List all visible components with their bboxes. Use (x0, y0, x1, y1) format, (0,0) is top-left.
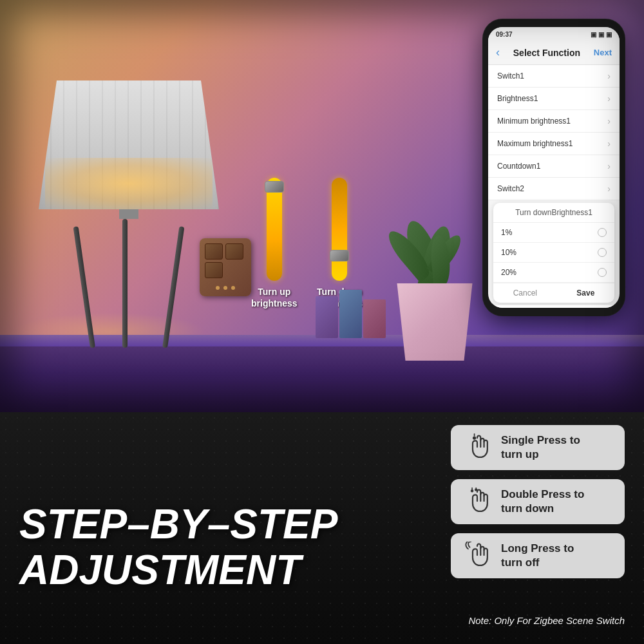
double-press-icon (461, 486, 493, 518)
phone-back-button[interactable]: ‹ (496, 46, 500, 59)
main-title: STEP–BY–STEP ADJUSTMENT (19, 502, 337, 592)
lamp-base-top (119, 209, 138, 219)
phone-menu-min-brightness[interactable]: Minimum brightness1 › (488, 110, 620, 133)
arrow-icon-3: › (607, 138, 611, 149)
switch-btn-1 (205, 243, 223, 260)
lamp-legs (39, 219, 219, 348)
switch-dot-3 (231, 286, 235, 290)
arrow-icon-0: › (607, 71, 611, 81)
switch-btn-2 (225, 243, 243, 260)
main-title-line1: STEP–BY–STEP (19, 502, 337, 547)
phone-dialog-title: Turn downBrightness1 (493, 203, 614, 223)
phone-nav-title: Select Function (513, 48, 580, 58)
double-press-label: Double Press to turn down (501, 488, 584, 516)
arrow-icon-4: › (607, 161, 611, 171)
slider-group-up: Turn up brightness (251, 178, 298, 309)
lamp-glow (45, 158, 213, 209)
slider-track-up (267, 178, 282, 281)
phone-menu-switch1[interactable]: Switch1 › (488, 65, 620, 88)
lamp-leg-1 (73, 226, 95, 348)
single-press-label: Single Press to turn up (501, 433, 580, 462)
books (316, 290, 387, 338)
lamp-shade (39, 80, 219, 209)
phone-dialog-actions: Cancel Save (493, 283, 614, 303)
slider-handle-down (330, 250, 349, 261)
action-buttons: Single Press to turn up (451, 425, 625, 578)
book-1 (316, 296, 338, 338)
switch-dot-1 (216, 286, 220, 290)
main-container: Turn up brightness Turn down brightness (0, 0, 644, 644)
long-press-button: Long Press to turn off (451, 533, 625, 578)
slider-handle-up (265, 181, 284, 193)
phone-menu-countdown[interactable]: Countdown1 › (488, 155, 620, 178)
plant-leaves (374, 167, 496, 296)
arrow-icon-1: › (607, 93, 611, 104)
arrow-icon-2: › (607, 116, 611, 126)
switch-dots (200, 286, 251, 290)
switch-buttons (200, 238, 251, 283)
arrow-icon-5: › (607, 184, 611, 194)
phone-dialog-option-3[interactable]: 20% (493, 263, 614, 283)
scene-area: Turn up brightness Turn down brightness (0, 0, 644, 412)
plant-area (393, 283, 477, 361)
single-press-icon (461, 431, 493, 464)
main-title-line2: ADJUSTMENT (19, 547, 337, 592)
phone-menu-brightness1[interactable]: Brightness1 › (488, 88, 620, 110)
slider-track-down (332, 178, 347, 281)
phone-save-button[interactable]: Save (576, 289, 594, 298)
phone-dialog: Turn downBrightness1 1% 10% 20% Canc (493, 203, 614, 303)
phone-nav-bar: ‹ Select Function Next (488, 41, 620, 65)
wall-switch (200, 238, 251, 296)
phone-signal: ▣ ▣ ▣ (591, 31, 612, 38)
single-press-button: Single Press to turn up (451, 425, 625, 470)
book-2 (339, 290, 362, 338)
svg-point-0 (473, 436, 476, 439)
note-text: Note: Only For Zigbee Scene Switch (468, 615, 625, 626)
switch-btn-3 (205, 262, 223, 278)
phone-dialog-option-2[interactable]: 10% (493, 243, 614, 263)
phone-time: 09:37 (496, 31, 513, 38)
phone-radio-2[interactable] (598, 248, 607, 257)
long-press-icon (461, 540, 493, 572)
phone-mockup: 09:37 ▣ ▣ ▣ ‹ Select Function Next Switc… (483, 19, 625, 316)
switch-dot-2 (223, 286, 227, 290)
phone-bottom-item[interactable]: Power-on Status Setting › (488, 305, 620, 308)
bottom-section: STEP–BY–STEP ADJUSTMENT Note: Only For Z… (0, 412, 644, 644)
svg-point-4 (475, 488, 477, 491)
phone-dialog-option-1[interactable]: 1% (493, 223, 614, 243)
phone-menu-switch2[interactable]: Switch2 › (488, 178, 620, 200)
plant-pot (393, 283, 477, 361)
phone-status-bar: 09:37 ▣ ▣ ▣ (488, 27, 620, 41)
book-3 (363, 299, 386, 338)
phone-menu-max-brightness[interactable]: Maximum brightness1 › (488, 133, 620, 155)
slider-label-up: Turn up brightness (251, 286, 298, 309)
svg-point-2 (471, 489, 473, 492)
phone-next-button[interactable]: Next (594, 48, 612, 57)
phone-cancel-button[interactable]: Cancel (513, 289, 537, 298)
phone-radio-1[interactable] (598, 228, 607, 237)
double-press-button: Double Press to turn down (451, 479, 625, 524)
long-press-label: Long Press to turn off (501, 542, 574, 570)
lamp-leg-3 (162, 226, 184, 348)
lamp-leg-2 (122, 219, 128, 348)
phone-screen: 09:37 ▣ ▣ ▣ ‹ Select Function Next Switc… (488, 27, 620, 308)
phone-radio-3[interactable] (598, 268, 607, 277)
lamp (39, 80, 219, 348)
